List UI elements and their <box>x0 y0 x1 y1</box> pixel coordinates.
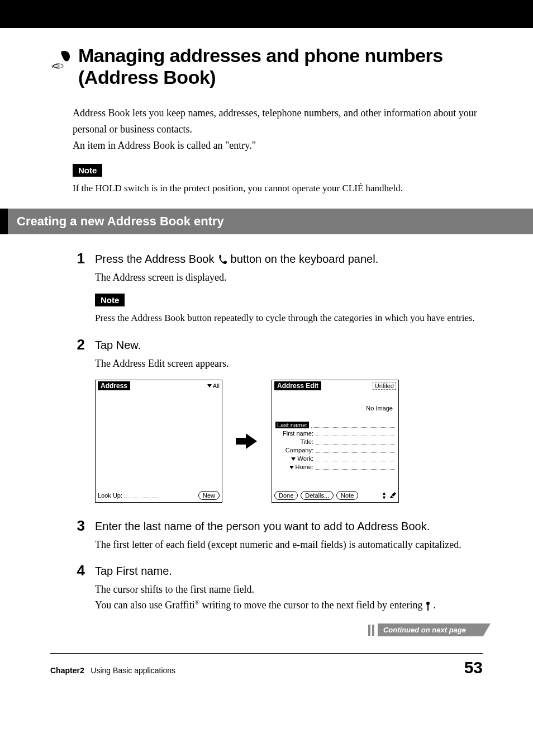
category-selector[interactable]: All <box>207 382 220 389</box>
intro-paragraph-1: Address Book lets you keep names, addres… <box>73 105 483 138</box>
title-field[interactable]: Title: <box>275 438 395 445</box>
title-label: Title: <box>275 438 313 445</box>
page-title: Managing addresses and phone numbers (Ad… <box>78 45 483 88</box>
continued-text: Continued on next page <box>378 623 483 636</box>
first-name-label: First name: <box>275 430 313 437</box>
address-book-app-icon <box>50 48 73 70</box>
step-1-heading-before: Press the Address Book <box>95 253 217 265</box>
lookup-input-line <box>125 493 158 498</box>
page-number: 53 <box>464 658 483 677</box>
address-edit-screen: Address Edit Unfiled No Image Last name: <box>272 380 399 503</box>
title-row: Managing addresses and phone numbers (Ad… <box>50 45 483 88</box>
step-1-heading: Press the Address Book button on the key… <box>95 251 483 267</box>
chapter-label: Chapter2 <box>50 666 84 675</box>
step-number: 3 <box>73 518 85 553</box>
details-button[interactable]: Details... <box>301 491 334 500</box>
step-2: 2 Tap New. The Address Edit screen appea… <box>73 337 483 508</box>
step-number: 1 <box>73 251 85 327</box>
lookup-field[interactable]: Look Up: <box>98 492 158 499</box>
pencil-icon <box>389 492 396 499</box>
step-3: 3 Enter the last name of the person you … <box>73 518 483 553</box>
category-label: All <box>213 382 220 389</box>
dropdown-icon <box>207 384 212 388</box>
step-4: 4 Tap First name. The cursor shifts to t… <box>73 563 483 613</box>
step-number: 2 <box>73 337 85 508</box>
last-name-field[interactable]: Last name: <box>275 422 395 428</box>
down-arrow-icon: ▼ <box>382 495 387 500</box>
step-1: 1 Press the Address Book button on the k… <box>73 251 483 327</box>
last-name-label: Last name: <box>275 422 309 428</box>
step-4-desc-2b: writing to move the cursor to the next f… <box>199 599 425 611</box>
top-note-text: If the HOLD switch is in the protect pos… <box>73 181 483 196</box>
note-badge: Note <box>95 294 125 306</box>
step-1-heading-after: button on the keyboard panel. <box>231 253 379 265</box>
home-field[interactable]: Home: <box>275 464 395 470</box>
continued-bars-icon <box>368 625 374 636</box>
step-1-desc: The Address screen is displayed. <box>95 270 483 286</box>
chapter-title: Using Basic applications <box>91 666 175 675</box>
home-label: Home: <box>275 464 313 470</box>
scroll-arrows[interactable]: ▲ ▼ <box>382 491 387 500</box>
no-image-label: No Image <box>275 405 393 412</box>
company-label: Company: <box>275 447 313 453</box>
address-list-screen: Address All Look Up: <box>95 380 222 503</box>
content-area: Managing addresses and phone numbers (Ad… <box>0 28 533 636</box>
note-badge: Note <box>73 164 102 177</box>
step-3-desc: The first letter of each field (except n… <box>95 537 483 553</box>
step-number: 4 <box>73 563 85 613</box>
page-footer: Chapter2 Using Basic applications 53 <box>50 653 483 677</box>
company-field[interactable]: Company: <box>275 447 395 453</box>
registered-mark: ® <box>195 599 199 606</box>
lookup-label: Look Up: <box>98 492 122 499</box>
step-1-note-text: Press the Address Book button repeatedly… <box>95 311 483 325</box>
steps-list: 1 Press the Address Book button on the k… <box>73 251 483 613</box>
work-label: Work: <box>275 455 313 462</box>
step-4-heading: Tap First name. <box>95 563 483 579</box>
svg-point-0 <box>53 64 63 68</box>
new-button[interactable]: New <box>198 491 220 500</box>
screen-title: Address Edit <box>274 381 321 390</box>
top-note-block: Note If the HOLD switch is in the protec… <box>73 164 483 196</box>
step-3-heading: Enter the last name of the person you wa… <box>95 518 483 534</box>
footer-left: Chapter2 Using Basic applications <box>50 666 175 675</box>
done-button[interactable]: Done <box>274 491 298 500</box>
screen-title: Address <box>98 381 130 390</box>
work-field[interactable]: Work: <box>275 455 395 462</box>
intro-paragraph-2: An item in Address Book is called an "en… <box>73 138 483 154</box>
step-2-heading: Tap New. <box>95 337 483 353</box>
document-page: Managing addresses and phone numbers (Ad… <box>0 0 533 700</box>
phone-icon <box>217 254 227 264</box>
first-name-field[interactable]: First name: <box>275 430 395 437</box>
step-1-note-block: Note Press the Address Book button repea… <box>95 294 483 325</box>
svg-point-1 <box>54 65 59 67</box>
step-4-desc-2a: You can also use Graffiti <box>95 599 195 611</box>
note-button[interactable]: Note <box>336 491 358 500</box>
category-selector[interactable]: Unfiled <box>373 382 396 390</box>
intro-block: Address Book lets you keep names, addres… <box>73 105 483 153</box>
top-banner <box>0 0 533 28</box>
continued-badge: Continued on next page <box>368 623 483 636</box>
step-4-desc-2c: . <box>431 599 436 611</box>
step-4-desc-2: You can also use Graffiti® writing to mo… <box>95 598 483 613</box>
step-4-desc-1: The cursor shifts to the first name fiel… <box>95 582 483 598</box>
continued-row: Continued on next page <box>50 623 483 636</box>
arrow-right-icon <box>236 433 258 449</box>
section-heading: Creating a new Address Book entry <box>0 209 533 234</box>
step-2-desc: The Address Edit screen appears. <box>95 356 483 372</box>
figure-row: Address All Look Up: <box>95 380 483 503</box>
